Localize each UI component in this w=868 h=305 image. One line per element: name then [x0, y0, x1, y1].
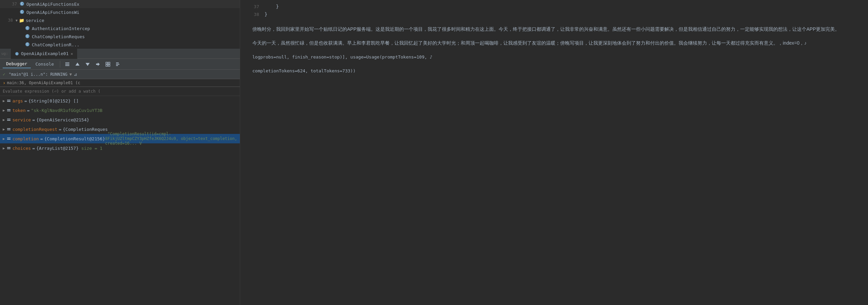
svg-text:C: C [27, 35, 28, 38]
file-item-1[interactable]: 37 C OpenAiApiFunctionsEx [0, 0, 240, 8]
chinese-para-1: 傍晚时分，我回到家里开始写一个贴纸日记的APP服务端。这是我近期的一个项目，我花… [252, 25, 848, 33]
var-icon-service [7, 119, 10, 121]
debug-label: ug: [1, 51, 8, 56]
var-name-args: args [13, 98, 23, 103]
var-icon-token [7, 109, 10, 111]
svg-rect-20 [106, 65, 108, 66]
var-value-choices: {ArrayList@2157} [36, 146, 81, 151]
svg-rect-13 [65, 64, 69, 65]
file-tree: 37 C OpenAiApiFunctionsEx C OpenAiApiFun… [0, 0, 240, 49]
var-expand-completion[interactable]: ▶ [3, 137, 5, 141]
variables-panel: ▶ args = {String[0]@2152} [] ▶ token = "… [0, 96, 240, 305]
file-item-service[interactable]: 38 ▼ 📁 service [0, 16, 240, 24]
tab-label: OpenAiApiExample01 [21, 51, 69, 56]
class-icon-chat1: C [25, 34, 30, 39]
right-panel: 37 } 38 } 傍晚时分，我回到家里开始写一个贴纸日记的APP服务端。这是我… [240, 0, 868, 305]
thread-name: "main"@1 i...n": RUNNING [9, 72, 67, 77]
svg-rect-22 [116, 63, 119, 63]
debug-tab-debugger[interactable]: Debugger [3, 60, 31, 68]
file-name-auth: AuthenticationIntercep [32, 26, 90, 31]
thread-selector: ✓ "main"@1 i...n": RUNNING ▼ ⊿ [0, 70, 240, 79]
tab-openai-example[interactable]: C OpenAiApiExample01 ✕ [11, 49, 77, 59]
var-value-token: "sk-KglNavdR1ufGGgCuv1uYT3B [31, 108, 102, 113]
editor-content: 37 } 38 } 傍晚时分，我回到家里开始写一个贴纸日记的APP服务端。这是我… [240, 0, 868, 305]
thread-arrow-icon: › [3, 80, 5, 86]
file-item-chat1[interactable]: C ChatCompletionReques [0, 32, 240, 41]
var-expand-choices[interactable]: ▶ [3, 146, 5, 150]
var-completion-extra: "CompletionResult(id=cmpl-8FikjUZltmpCZY… [105, 132, 237, 146]
var-value-completion-request: {CompletionReques [63, 127, 108, 132]
var-row-service[interactable]: ▶ service = {OpenAiService@2154} [0, 115, 240, 124]
var-value-completion: {CompletionResult@2156} [44, 136, 105, 141]
code-line-38: 38 } [246, 10, 863, 18]
toolbar-list-btn[interactable] [63, 61, 72, 68]
var-expand-args[interactable]: ▶ [3, 99, 5, 103]
svg-rect-23 [116, 64, 119, 65]
var-name-choices: choices [13, 146, 31, 151]
svg-rect-21 [108, 65, 110, 66]
chinese-para-2: 今天的一天，虽然很忙碌，但是也收获满满。早上和李君凯吃早餐，让我回忆起了美好的大… [252, 39, 848, 47]
var-row-args[interactable]: ▶ args = {String[0]@2152} [] [0, 96, 240, 105]
eval-bar [0, 87, 240, 96]
line-number-37: 37 [246, 3, 259, 10]
code-snippet-logprobs: logprobs=null, finish_reason=stop)], usa… [252, 54, 432, 60]
tab-bar: ug: C OpenAiApiExample01 ✕ [0, 49, 240, 59]
call-stack-label: main:36, OpenAiApiExample01 (c [7, 80, 80, 85]
svg-rect-12 [65, 63, 69, 63]
debug-tab-console[interactable]: Console [32, 60, 58, 68]
svg-marker-16 [86, 63, 90, 66]
var-choices-extra: size = 1 [81, 146, 102, 151]
var-row-token[interactable]: ▶ token = "sk-KglNavdR1ufGGgCuv1uYT3B [0, 105, 240, 115]
left-panel: 37 C OpenAiApiFunctionsEx C OpenAiApiFun… [0, 0, 240, 305]
line-num-1: 37 [7, 2, 17, 6]
class-icon-2: C [20, 9, 25, 15]
var-eq-token: = [27, 108, 30, 113]
svg-text:C: C [21, 10, 23, 14]
debugger-toolbar: Debugger Console [0, 59, 240, 70]
var-row-completion[interactable]: ▶ completion = {CompletionResult@2156} "… [0, 134, 240, 143]
var-icon-args [7, 100, 10, 102]
var-icon-choices [7, 147, 10, 149]
class-icon-1: C [20, 1, 25, 7]
eval-input[interactable] [3, 89, 237, 94]
folder-icon: 📁 [19, 18, 24, 23]
svg-rect-19 [108, 62, 110, 64]
var-value-service: {OpenAiService@2154} [36, 117, 89, 122]
var-expand-completion-request[interactable]: ▶ [3, 127, 5, 132]
var-name-service: service [13, 117, 31, 122]
file-item-2[interactable]: C OpenAiApiFunctionsWi [0, 8, 240, 16]
svg-marker-15 [75, 63, 79, 66]
chinese-text-area: 傍晚时分，我回到家里开始写一个贴纸日记的APP服务端。这是我近期的一个项目，我花… [246, 18, 854, 88]
code-line-37: 37 } [246, 3, 863, 10]
file-item-auth[interactable]: C AuthenticationIntercep [0, 24, 240, 32]
var-expand-service[interactable]: ▶ [3, 118, 5, 122]
chinese-para-4: completionTokens=624, totalTokens=733)) [252, 67, 848, 75]
file-name-2: OpenAiApiFunctionsWi [26, 10, 79, 15]
svg-text:C: C [27, 27, 28, 30]
toolbar-up-btn[interactable] [73, 61, 82, 68]
svg-text:C: C [27, 43, 28, 46]
class-icon-auth: C [25, 26, 30, 31]
class-icon-chat2: C [25, 42, 30, 47]
code-snippet-completion-tokens: completionTokens=624, totalTokens=733)) [252, 68, 356, 73]
tab-close-icon[interactable]: ✕ [71, 51, 73, 56]
var-eq-completion-request: = [59, 127, 62, 132]
thread-dropdown-icon[interactable]: ⊿ [74, 72, 77, 77]
call-stack-item[interactable]: › main:36, OpenAiApiExample01 (c [0, 79, 240, 87]
toolbar-lines-btn[interactable] [114, 61, 122, 68]
svg-text:C: C [16, 53, 18, 55]
toolbar-grid-btn[interactable] [104, 61, 112, 68]
file-item-chat2[interactable]: C ChatCompletionR... [0, 41, 240, 49]
toolbar-step-btn[interactable] [93, 61, 102, 68]
file-name-chat2: ChatCompletionR... [32, 42, 79, 47]
var-expand-token[interactable]: ▶ [3, 108, 5, 113]
svg-rect-18 [106, 62, 108, 64]
thread-filter-icon[interactable]: ▼ [69, 72, 72, 77]
line-number-38: 38 [246, 10, 259, 18]
toolbar-down-btn[interactable] [83, 61, 92, 68]
svg-rect-14 [65, 65, 69, 66]
toolbar-separator-1 [60, 61, 60, 68]
check-icon: ✓ [3, 72, 5, 77]
var-eq-args: = [24, 98, 27, 103]
folder-expand-icon: ▼ [16, 19, 18, 22]
